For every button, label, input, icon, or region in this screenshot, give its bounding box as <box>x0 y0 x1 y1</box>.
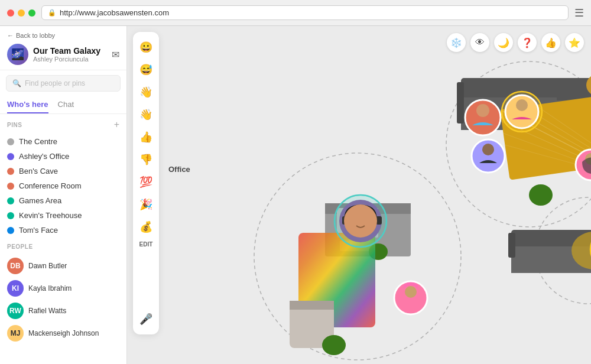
eye-icon[interactable]: 👁 <box>470 33 489 52</box>
browser-chrome: 🔒 http://www.jacobsawensten.com ☰ <box>0 0 591 26</box>
pin-item-centre[interactable]: The Centre <box>0 134 126 149</box>
workspace-name: Our Team Galaxy <box>33 46 107 56</box>
person-name-dawn: Dawn Butler <box>28 262 67 270</box>
pin-label-games-area: Games Area <box>19 196 61 205</box>
thumbsup-icon[interactable]: 👍 <box>541 33 560 52</box>
person-name-mackenseigh: Mackenseigh Johnson <box>28 329 99 337</box>
back-to-lobby[interactable]: ← Back to lobby <box>7 32 119 39</box>
chair-back <box>290 301 334 310</box>
canvas-svg <box>127 26 591 364</box>
avatar-bc-head <box>405 286 417 298</box>
person-avatar-dawn: DB <box>7 258 24 274</box>
person-avatar-rafiel: RW <box>7 303 24 319</box>
workspace-avatar: 🌌 <box>7 44 28 65</box>
office-label: Office <box>168 165 190 174</box>
pins-section: PINS + <box>0 114 126 134</box>
pin-item-conference-room[interactable]: Conference Room <box>0 178 126 193</box>
moon-icon[interactable]: 🌙 <box>494 33 513 52</box>
person-name-rafiel: Rafiel Watts <box>28 307 66 315</box>
pin-item-kevins-treehouse[interactable]: Kevin's Treehouse <box>0 208 126 223</box>
pin-dot-games-area <box>7 197 14 204</box>
workspace-user: Ashley Porciuncula <box>33 56 107 63</box>
avatar-mr-head <box>482 144 494 155</box>
tabs: Who's here Chat <box>0 96 126 114</box>
search-icon: 🔍 <box>12 79 21 87</box>
pin-dot-conference-room <box>7 183 14 190</box>
top-right-icons: ❄️ 👁 🌙 ❓ 👍 ⭐ <box>447 33 584 52</box>
pin-label-bens-cave: Ben's Cave <box>19 167 58 176</box>
person-item-rafiel[interactable]: RW Rafiel Watts <box>0 300 126 322</box>
pin-dot-bens-cave <box>7 168 14 175</box>
person-item-mackenseigh[interactable]: MJ Mackenseigh Johnson <box>0 322 126 344</box>
pin-label-centre: The Centre <box>19 137 57 146</box>
sidebar: ← Back to lobby 🌌 Our Team Galaxy Ashley… <box>0 26 127 364</box>
emoji-sweat[interactable]: 😅 <box>135 59 157 80</box>
tab-whos-here[interactable]: Who's here <box>7 96 48 113</box>
emoji-100[interactable]: 💯 <box>135 171 157 193</box>
person-item-dawn[interactable]: DB Dawn Butler <box>0 255 126 277</box>
pin-dot-toms-face <box>7 227 14 234</box>
url-text: http://www.jacobsawensten.com <box>60 8 169 17</box>
pin-label-toms-face: Tom's Face <box>19 226 58 235</box>
pin-dot-ashleys-office <box>7 153 14 160</box>
back-label: Back to lobby <box>16 32 55 39</box>
emoji-wave2[interactable]: 👋 <box>135 104 157 125</box>
browser-menu-icon[interactable]: ☰ <box>574 6 584 20</box>
app-container: ← Back to lobby 🌌 Our Team Galaxy Ashley… <box>0 26 591 364</box>
emoji-toolbar: 😀 😅 👋 👋 👍 👎 💯 🎉 💰 EDIT 🎤 <box>133 32 159 334</box>
mic-icon[interactable]: 🎤 <box>135 308 157 330</box>
plant-bottom-left <box>322 335 346 355</box>
pin-label-kevins-treehouse: Kevin's Treehouse <box>19 211 82 220</box>
maximize-button[interactable] <box>28 9 35 17</box>
pin-item-bens-cave[interactable]: Ben's Cave <box>0 164 126 178</box>
workspace-info: 🌌 Our Team Galaxy Ashley Porciuncula ✉ <box>7 44 119 65</box>
main-canvas: ❄️ 👁 🌙 ❓ 👍 ⭐ 😀 😅 👋 👋 👍 👎 💯 🎉 💰 EDIT 🎤 Of… <box>127 26 591 364</box>
pin-list: The Centre Ashley's Office Ben's Cave Co… <box>0 134 126 238</box>
person-avatar-kayla: KI <box>7 280 24 297</box>
pin-item-ashleys-office[interactable]: Ashley's Office <box>0 149 126 164</box>
top-sofa-arm-left <box>457 82 464 124</box>
bottom-sofa-arm-left <box>508 233 515 258</box>
search-bar[interactable]: 🔍 Find people or pins <box>6 75 121 92</box>
tab-chat[interactable]: Chat <box>58 96 74 113</box>
people-section: PEOPLE <box>0 238 126 255</box>
person-avatar-mackenseigh: MJ <box>7 325 24 342</box>
people-list: DB Dawn Butler KI Kayla Ibrahim RW Rafie… <box>0 255 126 344</box>
star-icon[interactable]: ⭐ <box>565 33 584 52</box>
face-desk <box>344 204 377 238</box>
add-pin-button[interactable]: + <box>114 120 119 129</box>
pin-item-toms-face[interactable]: Tom's Face <box>0 223 126 238</box>
avatar-tr1-head <box>476 104 489 117</box>
emoji-thumbsup[interactable]: 👍 <box>135 126 157 148</box>
pin-label-ashleys-office: Ashley's Office <box>19 152 69 161</box>
person-name-kayla: Kayla Ibrahim <box>28 284 72 292</box>
workspace-text: Our Team Galaxy Ashley Porciuncula <box>33 46 107 63</box>
emoji-money[interactable]: 💰 <box>135 216 157 238</box>
snowflake-icon[interactable]: ❄️ <box>447 33 466 52</box>
minimize-button[interactable] <box>18 9 25 17</box>
close-button[interactable] <box>7 9 14 17</box>
plant-mid <box>529 184 553 206</box>
inbox-icon[interactable]: ✉ <box>112 49 119 60</box>
sidebar-scroll[interactable]: PINS + The Centre Ashley's Office Ben's … <box>0 114 126 364</box>
avatar-tr2-head <box>516 99 528 111</box>
emoji-thumbsdown[interactable]: 👎 <box>135 149 157 170</box>
pins-label: PINS <box>7 122 22 128</box>
people-label: PEOPLE <box>7 243 33 250</box>
url-bar[interactable]: 🔒 http://www.jacobsawensten.com <box>41 5 569 20</box>
url-icon: 🔒 <box>48 9 56 17</box>
pins-section-header: PINS + <box>7 120 119 129</box>
emoji-party[interactable]: 🎉 <box>135 194 157 215</box>
pin-item-games-area[interactable]: Games Area <box>0 193 126 208</box>
traffic-lights <box>7 9 35 17</box>
sidebar-header: ← Back to lobby 🌌 Our Team Galaxy Ashley… <box>0 26 126 70</box>
emoji-wave1[interactable]: 👋 <box>135 82 157 103</box>
search-placeholder: Find people or pins <box>25 79 85 87</box>
help-icon[interactable]: ❓ <box>518 33 537 52</box>
emoji-smile[interactable]: 😀 <box>135 37 157 58</box>
edit-label[interactable]: EDIT <box>139 241 153 248</box>
people-section-header: PEOPLE <box>7 243 119 250</box>
top-sofa-corner <box>557 78 579 100</box>
pin-label-conference-room: Conference Room <box>19 181 82 190</box>
person-item-kayla[interactable]: KI Kayla Ibrahim <box>0 277 126 300</box>
